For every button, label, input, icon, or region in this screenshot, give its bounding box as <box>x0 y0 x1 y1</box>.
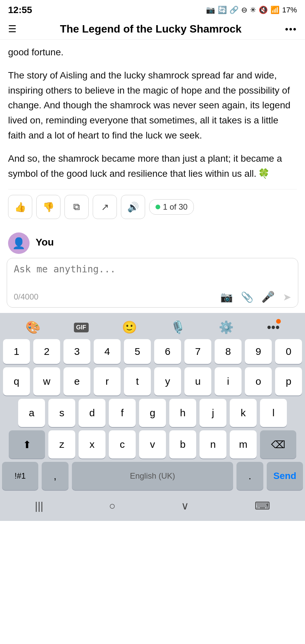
camera-status-icon: 📷 <box>206 6 215 14</box>
battery-level: 17% <box>282 6 297 14</box>
thumbs-up-icon: 👍 <box>14 202 26 213</box>
wifi-icon: 📶 <box>270 6 279 14</box>
keyboard-toolbar: 🎨 GIF 🙂 🎙️ ⚙️ ••• <box>2 317 303 339</box>
key-z[interactable]: z <box>48 430 75 459</box>
input-section[interactable]: 0/4000 📷 📎 🎤 ➤ <box>7 258 298 308</box>
key-5[interactable]: 5 <box>124 339 151 364</box>
action-bar: 👍 👎 ⧉ ↗ 🔊 1 of 30 <box>8 189 297 227</box>
status-icons: 📷 🔄 🔗 ⊖ ✳ 🔇 📶 17% <box>206 6 297 14</box>
mute-icon: 🔇 <box>259 6 268 14</box>
key-x[interactable]: x <box>79 430 105 459</box>
key-u[interactable]: u <box>184 367 211 395</box>
gif-button[interactable]: GIF <box>74 323 89 332</box>
key-9[interactable]: 9 <box>245 339 272 364</box>
key-y[interactable]: y <box>154 367 181 395</box>
attach-button[interactable]: 📎 <box>241 291 253 303</box>
story-paragraph-1: The story of Aisling and the lucky shamr… <box>8 68 297 143</box>
key-c[interactable]: c <box>109 430 136 459</box>
send-button[interactable]: ➤ <box>283 291 291 303</box>
share-icon: ↗ <box>101 202 109 213</box>
key-v[interactable]: v <box>139 430 166 459</box>
menu-icon[interactable]: ☰ <box>8 23 16 35</box>
key-6[interactable]: 6 <box>154 339 181 364</box>
key-f[interactable]: f <box>109 399 136 427</box>
share-button[interactable]: ↗ <box>93 195 117 219</box>
page-title: The Legend of the Lucky Shamrock <box>16 23 285 35</box>
notification-dot <box>276 319 281 324</box>
sticker-icon[interactable]: 🎨 <box>26 320 41 334</box>
more-options-icon[interactable]: ••• <box>285 24 297 35</box>
story-paragraph-2: And so, the shamrock became more than ju… <box>8 151 297 181</box>
asdf-row: a s d f g h j k l <box>2 399 303 427</box>
key-m[interactable]: m <box>230 430 257 459</box>
bluetooth-icon: ✳ <box>250 6 256 14</box>
thumbs-up-button[interactable]: 👍 <box>8 195 32 219</box>
key-0[interactable]: 0 <box>275 339 302 364</box>
speaker-icon: 🔊 <box>127 202 139 213</box>
speaker-button[interactable]: 🔊 <box>121 195 145 219</box>
key-k[interactable]: k <box>230 399 257 427</box>
emoji-icon[interactable]: 🙂 <box>122 320 137 334</box>
keyboard-more-icon[interactable]: ••• <box>267 320 280 334</box>
page-badge: 1 of 30 <box>149 199 194 215</box>
key-s[interactable]: s <box>48 399 75 427</box>
key-r[interactable]: r <box>94 367 121 395</box>
key-h[interactable]: h <box>169 399 196 427</box>
key-o[interactable]: o <box>245 367 272 395</box>
status-bar: 12:55 📷 🔄 🔗 ⊖ ✳ 🔇 📶 17% <box>0 0 305 19</box>
keyboard-mic-icon[interactable]: 🎙️ <box>170 320 185 334</box>
chat-area: good fortune. The story of Aisling and t… <box>0 40 305 227</box>
key-j[interactable]: j <box>200 399 226 427</box>
key-n[interactable]: n <box>200 430 226 459</box>
bottom-nav: ||| ○ ∨ ⌨ <box>2 493 303 519</box>
header: ☰ The Legend of the Lucky Shamrock ••• <box>0 19 305 40</box>
key-q[interactable]: q <box>3 367 30 395</box>
space-key[interactable]: English (UK) <box>72 462 233 490</box>
keyboard[interactable]: 🎨 GIF 🙂 🎙️ ⚙️ ••• 1 2 3 4 5 6 7 8 9 0 q … <box>0 313 305 521</box>
copy-icon: ⧉ <box>73 202 80 213</box>
nav-recents-icon[interactable]: ∨ <box>181 499 189 512</box>
key-i[interactable]: i <box>215 367 242 395</box>
key-4[interactable]: 4 <box>94 339 121 364</box>
qwerty-row: q w e r t y u i o p <box>2 367 303 395</box>
period-key[interactable]: . <box>236 462 263 490</box>
chat-input[interactable] <box>14 264 291 286</box>
key-3[interactable]: 3 <box>63 339 90 364</box>
user-name: You <box>36 232 54 248</box>
key-2[interactable]: 2 <box>33 339 60 364</box>
keyboard-settings-icon[interactable]: ⚙️ <box>219 320 234 334</box>
page-badge-text: 1 of 30 <box>163 202 187 212</box>
key-d[interactable]: d <box>79 399 105 427</box>
key-1[interactable]: 1 <box>3 339 30 364</box>
comma-key[interactable]: , <box>42 462 69 490</box>
user-section: 👤 You <box>0 227 305 258</box>
key-w[interactable]: w <box>33 367 60 395</box>
key-l[interactable]: l <box>260 399 287 427</box>
input-actions: 📷 📎 🎤 ➤ <box>220 290 291 303</box>
key-b[interactable]: b <box>169 430 196 459</box>
nav-keyboard-icon[interactable]: ⌨ <box>255 499 270 512</box>
copy-button[interactable]: ⧉ <box>64 195 89 219</box>
key-7[interactable]: 7 <box>184 339 211 364</box>
camera-button[interactable]: 📷 <box>220 291 233 303</box>
key-e[interactable]: e <box>63 367 90 395</box>
key-p[interactable]: p <box>275 367 302 395</box>
nav-home-icon[interactable]: ○ <box>109 500 115 512</box>
story-paragraph-partial: good fortune. <box>8 45 297 60</box>
link-icon: 🔗 <box>229 6 238 14</box>
key-8[interactable]: 8 <box>215 339 242 364</box>
thumbs-down-button[interactable]: 👎 <box>36 195 60 219</box>
backspace-key[interactable]: ⌫ <box>260 430 296 459</box>
nav-back-icon[interactable]: ||| <box>35 500 43 512</box>
symbols-key[interactable]: !#1 <box>2 462 38 490</box>
mic-button[interactable]: 🎤 <box>261 290 275 303</box>
key-g[interactable]: g <box>139 399 166 427</box>
badge-dot <box>156 205 160 209</box>
keyboard-send-key[interactable]: Send <box>267 462 303 490</box>
key-a[interactable]: a <box>18 399 45 427</box>
avatar: 👤 <box>8 232 30 254</box>
dnd-icon: ⊖ <box>241 6 247 14</box>
shift-key[interactable]: ⬆ <box>9 430 45 459</box>
key-t[interactable]: t <box>124 367 151 395</box>
zxcv-row: ⬆ z x c v b n m ⌫ <box>2 430 303 459</box>
